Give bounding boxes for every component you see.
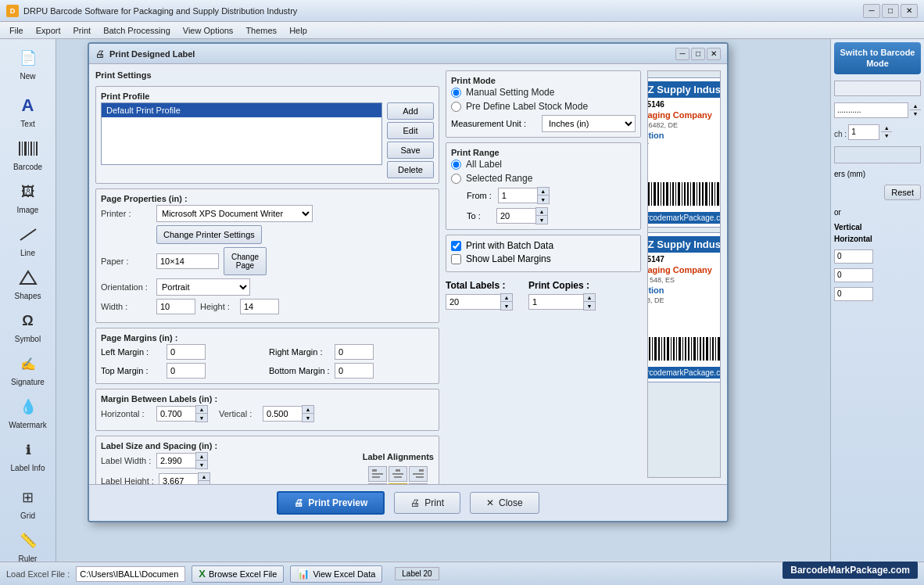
vert-spin-up[interactable]: ▲ [303,406,313,414]
sidebar-item-labelinfo[interactable]: ℹ Label Info [3,434,53,476]
label-tab[interactable]: Label 20 [395,567,439,580]
vert-spin-down[interactable]: ▼ [303,414,313,422]
sidebar-item-watermark[interactable]: 💧 Watermark [3,391,53,432]
pc-spin-up[interactable]: ▲ [584,294,595,302]
radio-selected-row[interactable]: Selected Range [451,173,636,184]
to-spin-down[interactable]: ▼ [536,216,547,224]
width-input[interactable] [156,299,195,314]
show-margins-checkbox[interactable] [451,254,461,264]
align-top-right[interactable] [409,466,428,482]
menu-file[interactable]: File [3,24,30,37]
top-margin-input[interactable] [167,363,206,379]
radio-manual[interactable] [451,88,461,98]
vert-margin-input[interactable] [263,406,302,422]
sidebar-item-shapes[interactable]: Shapes [3,262,53,303]
menu-themes[interactable]: Themes [239,24,283,37]
close-dialog-btn[interactable]: ✕ Close [470,492,539,514]
right-num-3[interactable] [834,287,873,301]
sidebar-item-line[interactable]: Line [3,219,53,260]
orientation-select[interactable]: Portrait [156,278,250,296]
left-margin-input[interactable] [167,344,206,360]
lw-spin-up[interactable]: ▲ [196,453,207,461]
to-spin-up[interactable]: ▲ [536,208,547,216]
batch-data-row[interactable]: Print with Batch Data [451,240,636,251]
right-spin-down-2[interactable]: ▼ [881,132,892,140]
print-btn[interactable]: 🖨 Print [394,492,460,514]
modal-minimize-btn[interactable]: ─ [675,48,689,60]
menu-help[interactable]: Help [283,24,313,37]
bottom-margin-input[interactable] [335,363,374,379]
tl-spin-up[interactable]: ▲ [501,294,512,302]
profile-list[interactable]: Default Print Profile [101,102,382,165]
total-labels-input[interactable] [446,294,500,310]
to-input[interactable] [496,208,535,224]
radio-manual-row[interactable]: Manual Setting Mode [451,87,636,98]
menu-batch[interactable]: Batch Processing [97,24,177,37]
reset-btn[interactable]: Reset [884,185,921,200]
radio-predefine[interactable] [451,102,461,112]
profile-item-default[interactable]: Default Print Profile [102,103,381,117]
right-num-1[interactable] [834,249,873,264]
measurement-select[interactable]: Inches (in) [542,115,636,132]
horiz-spin-down[interactable]: ▼ [196,414,207,422]
radio-selected[interactable] [451,174,461,184]
radio-all-row[interactable]: All Label [451,159,636,170]
right-spin-up-2[interactable]: ▲ [881,124,892,132]
radio-all[interactable] [451,160,461,170]
height-input[interactable] [240,299,279,314]
right-pattern-input[interactable] [834,102,908,118]
menu-export[interactable]: Export [30,24,67,37]
sidebar-item-grid[interactable]: ⊞ Grid [3,482,53,523]
radio-predefine-row[interactable]: Pre Define Label Stock Mode [451,101,636,112]
right-ch-input[interactable] [848,124,879,140]
sidebar-item-text[interactable]: A Text [3,90,53,131]
view-excel-btn[interactable]: 📊 View Excel Data [290,565,382,583]
delete-profile-btn[interactable]: Delete [387,161,434,178]
sidebar-item-ruler[interactable]: 📏 Ruler [3,525,53,566]
label-height-input[interactable] [159,473,198,484]
align-top-left[interactable] [368,466,387,482]
switch-mode-btn[interactable]: Switch to Barcode Mode [834,42,921,74]
modal-maximize-btn[interactable]: □ [691,48,705,60]
from-spin-up[interactable]: ▲ [538,188,549,196]
batch-data-checkbox[interactable] [451,241,461,251]
label-width-input[interactable] [156,453,195,468]
modal-close-btn[interactable]: ✕ [707,48,721,60]
right-spin-down-1[interactable]: ▼ [910,110,921,118]
maximize-btn[interactable]: □ [882,4,899,18]
pc-spin-down[interactable]: ▼ [584,302,595,310]
sidebar-item-new[interactable]: 📄 New [3,42,53,84]
lw-spin-down[interactable]: ▼ [196,461,207,468]
right-color-selector[interactable] [834,146,921,163]
tl-spin-down[interactable]: ▼ [501,302,512,310]
print-copies-input[interactable] [528,294,583,310]
change-page-btn[interactable]: Change Page [224,247,267,275]
change-printer-btn[interactable]: Change Printer Settings [156,225,262,244]
right-num-2[interactable] [834,268,873,282]
sidebar-item-barcode[interactable]: Barcode [3,133,53,174]
right-spin-up-1[interactable]: ▲ [910,102,921,110]
lh-spin-up[interactable]: ▲ [199,473,210,481]
edit-profile-btn[interactable]: Edit [387,122,434,139]
from-spin-down[interactable]: ▼ [538,196,549,203]
paper-input[interactable] [156,253,219,269]
horiz-margin-input[interactable] [156,406,195,422]
browse-excel-btn[interactable]: X Browse Excel File [192,565,284,583]
horiz-spin-up[interactable]: ▲ [196,406,207,414]
from-input[interactable] [498,188,537,203]
menu-print[interactable]: Print [67,24,98,37]
sidebar-item-symbol[interactable]: Ω Symbol [3,305,53,346]
file-path-input[interactable] [76,566,185,582]
right-margin-input[interactable] [335,344,374,360]
save-profile-btn[interactable]: Save [387,142,434,159]
menu-view[interactable]: View Options [177,24,240,37]
printer-select[interactable]: Microsoft XPS Document Writer [156,205,313,222]
sidebar-item-signature[interactable]: ✍ Signature [3,348,53,389]
add-profile-btn[interactable]: Add [387,102,434,120]
minimize-btn[interactable]: ─ [863,4,880,18]
show-margins-row[interactable]: Show Label Margins [451,253,636,264]
align-top-center[interactable] [389,466,407,482]
sidebar-item-image[interactable]: 🖼 Image [3,176,53,217]
close-btn[interactable]: ✕ [901,4,918,18]
print-preview-btn[interactable]: 🖨 Print Preview [277,491,385,515]
